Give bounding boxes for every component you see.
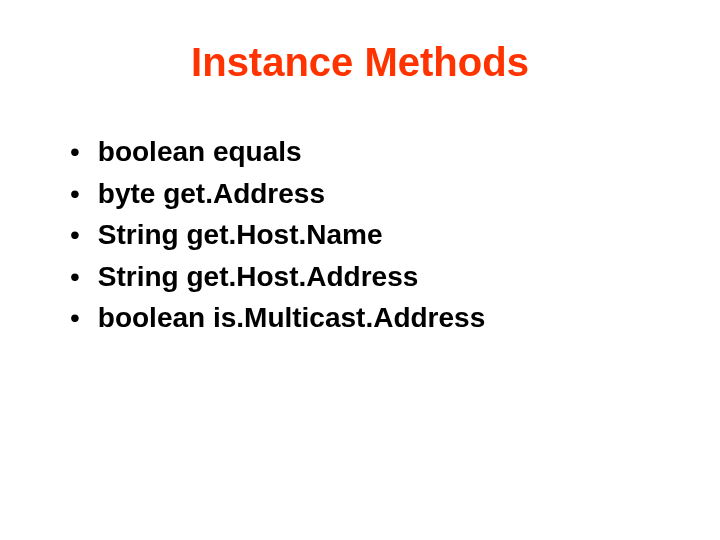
bullet-icon: • bbox=[70, 135, 80, 169]
bullet-text: String get.Host.Address bbox=[98, 260, 418, 294]
list-item: • boolean is.Multicast.Address bbox=[70, 301, 670, 335]
bullet-icon: • bbox=[70, 177, 80, 211]
list-item: • String get.Host.Name bbox=[70, 218, 670, 252]
bullet-icon: • bbox=[70, 260, 80, 294]
bullet-text: boolean is.Multicast.Address bbox=[98, 301, 485, 335]
bullet-text: boolean equals bbox=[98, 135, 302, 169]
list-item: • boolean equals bbox=[70, 135, 670, 169]
bullet-list: • boolean equals • byte get.Address • St… bbox=[50, 135, 670, 335]
list-item: • byte get.Address bbox=[70, 177, 670, 211]
bullet-text: String get.Host.Name bbox=[98, 218, 383, 252]
bullet-icon: • bbox=[70, 218, 80, 252]
bullet-text: byte get.Address bbox=[98, 177, 325, 211]
slide-title: Instance Methods bbox=[50, 40, 670, 85]
bullet-icon: • bbox=[70, 301, 80, 335]
list-item: • String get.Host.Address bbox=[70, 260, 670, 294]
